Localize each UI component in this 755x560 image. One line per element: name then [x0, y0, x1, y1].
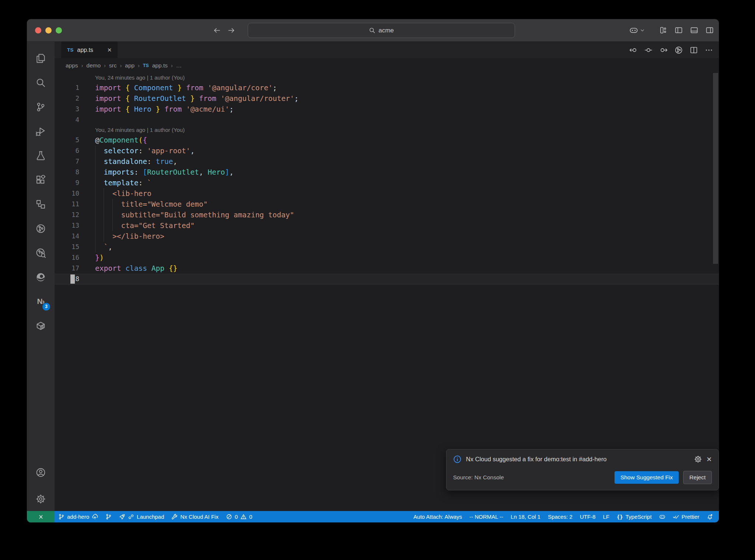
breadcrumb-separator: ›: [138, 63, 140, 69]
code-line-10[interactable]: 10 <lib-hero: [55, 188, 719, 199]
statusbar-git-branch[interactable]: add-hero: [55, 511, 102, 522]
sidebar-item-references[interactable]: [27, 192, 55, 216]
notification-settings-icon[interactable]: [694, 455, 702, 463]
code-line-1[interactable]: 1import { Component } from '@angular/cor…: [55, 83, 719, 93]
editor-scrollbar[interactable]: [713, 73, 718, 264]
sidebar-item-gitlens-inspect[interactable]: [27, 241, 55, 265]
code-line-4[interactable]: 4: [55, 115, 719, 125]
copilot-menu[interactable]: [629, 26, 645, 35]
git-branch-icon: [58, 514, 65, 520]
sidebar-item-nx-console[interactable]: N›3: [27, 289, 55, 314]
code-line-18[interactable]: 18: [55, 274, 719, 284]
code-line-12[interactable]: 12 subtitle="Build something amazing tod…: [55, 210, 719, 220]
tab-app-ts[interactable]: TS app.ts ✕: [61, 42, 118, 58]
toggle-left-panel-icon[interactable]: [675, 26, 683, 34]
sidebar-item-containers[interactable]: [27, 314, 55, 338]
breadcrumb-item-demo[interactable]: demo: [86, 62, 101, 69]
code-line-6[interactable]: 6 selector: 'app-root',: [55, 146, 719, 156]
command-center-search[interactable]: acme: [248, 23, 515, 38]
label: LF: [603, 514, 609, 520]
bell-dot-icon: [707, 514, 713, 520]
sidebar-item-commit-graph[interactable]: [27, 216, 55, 241]
code-line-3[interactable]: 3import { Hero } from '@acme/ui';: [55, 104, 719, 115]
line-number: 12: [55, 210, 79, 220]
sidebar-item-run-debug[interactable]: [27, 119, 55, 143]
code-line-9[interactable]: 9 template: `: [55, 178, 719, 188]
linked-squares-icon: [36, 199, 46, 209]
reject-button[interactable]: Reject: [683, 471, 712, 484]
statusbar-indentation[interactable]: Spaces: 2: [544, 511, 576, 522]
statusbar-launchpad[interactable]: Launchpad: [115, 511, 168, 522]
sidebar-item-accounts[interactable]: [27, 460, 55, 487]
statusbar-encoding[interactable]: UTF-8: [576, 511, 599, 522]
open-change-icon[interactable]: [644, 46, 653, 54]
statusbar-formatter[interactable]: Prettier: [669, 511, 703, 522]
code-line-14[interactable]: 14 ></lib-hero>: [55, 231, 719, 242]
close-window-button[interactable]: [35, 27, 41, 34]
code-line-7[interactable]: 7 standalone: true,: [55, 156, 719, 167]
statusbar-copilot-status[interactable]: [655, 511, 669, 522]
code-line-11[interactable]: 11 title="Welcmoe demo": [55, 199, 719, 210]
sidebar-item-explorer[interactable]: [27, 46, 55, 70]
statusbar-auto-attach[interactable]: Auto Attach: Always: [410, 511, 466, 522]
open-changes-forward-icon[interactable]: [660, 46, 668, 54]
code-editor[interactable]: You, 24 minutes ago | 1 author (You)1imp…: [55, 73, 719, 511]
label: TypeScript: [626, 514, 652, 520]
code-line-17[interactable]: 17export class App {}: [55, 263, 719, 274]
statusbar-notifications-bell[interactable]: [703, 511, 717, 522]
statusbar-cursor-position[interactable]: Ln 18, Col 1: [507, 511, 544, 522]
back-icon[interactable]: [213, 27, 221, 34]
minimize-window-button[interactable]: [45, 27, 52, 34]
breadcrumb-item-apps[interactable]: apps: [66, 62, 78, 69]
toggle-right-panel-icon[interactable]: [706, 26, 714, 34]
code-line-15[interactable]: 15 `,: [55, 242, 719, 252]
sidebar-item-testing[interactable]: [27, 143, 55, 168]
code-line-8[interactable]: 8 imports: [RouterOutlet, Hero],: [55, 167, 719, 178]
sidebar-item-search[interactable]: [27, 70, 55, 95]
statusbar-eol[interactable]: LF: [599, 511, 613, 522]
breadcrumb-item-appts[interactable]: app.ts: [152, 62, 168, 69]
line-number: 6: [55, 146, 79, 156]
files-icon: [36, 53, 46, 63]
close-tab-icon[interactable]: ✕: [107, 47, 112, 53]
file-history-icon[interactable]: [675, 46, 683, 54]
code-line-5[interactable]: 5@Component({: [55, 135, 719, 146]
show-suggested-fix-button[interactable]: Show Suggested Fix: [615, 471, 679, 484]
forward-icon[interactable]: [227, 27, 235, 34]
split-editor-icon[interactable]: [690, 46, 698, 54]
sidebar-item-settings[interactable]: [27, 487, 55, 511]
notification-close-icon[interactable]: ✕: [706, 455, 712, 463]
toggle-bottom-panel-icon[interactable]: [690, 26, 698, 34]
label: UTF-8: [580, 514, 596, 520]
sidebar-item-extensions[interactable]: [27, 168, 55, 192]
statusbar-git-graph[interactable]: [102, 511, 115, 522]
customize-layout-icon[interactable]: [659, 26, 667, 34]
breadcrumb-item-src[interactable]: src: [109, 62, 117, 69]
line-number: 5: [55, 135, 79, 146]
notification-toast: Nx Cloud suggested a fix for demo:test i…: [446, 449, 719, 490]
open-changes-back-icon[interactable]: [629, 46, 637, 54]
remote-icon: [38, 514, 44, 520]
label: Prettier: [682, 514, 699, 520]
sidebar-item-edge-devtools[interactable]: [27, 265, 55, 289]
statusbar-problems[interactable]: 00: [222, 511, 256, 522]
statusbar-language-mode[interactable]: {}TypeScript: [613, 511, 655, 522]
breadcrumb: apps›demo›src›app›TSapp.ts›…: [55, 58, 719, 73]
code-line-13[interactable]: 13 cta="Get Started": [55, 220, 719, 231]
search-icon: [36, 78, 46, 88]
zoom-window-button[interactable]: [56, 27, 62, 34]
more-actions-icon[interactable]: [705, 46, 713, 54]
statusbar-nx-cloud-ai-fix[interactable]: Nx Cloud AI Fix: [168, 511, 222, 522]
status-bar: add-heroLaunchpadNx Cloud AI Fix00Auto A…: [27, 511, 719, 522]
git-branch-icon: [105, 514, 112, 520]
account-icon: [36, 468, 46, 477]
breadcrumb-item-app[interactable]: app: [125, 62, 135, 69]
code-line-2[interactable]: 2import { RouterOutlet } from '@angular/…: [55, 93, 719, 104]
code-line-16[interactable]: 16}): [55, 252, 719, 263]
statusbar-vim-mode[interactable]: -- NORMAL --: [466, 511, 507, 522]
statusbar-remote-indicator[interactable]: [27, 511, 55, 522]
breadcrumb-item-[interactable]: …: [176, 62, 182, 69]
notification-message: Nx Cloud suggested a fix for demo:test i…: [466, 456, 690, 463]
sidebar-item-source-control[interactable]: [27, 95, 55, 119]
container-icon: [36, 321, 46, 331]
